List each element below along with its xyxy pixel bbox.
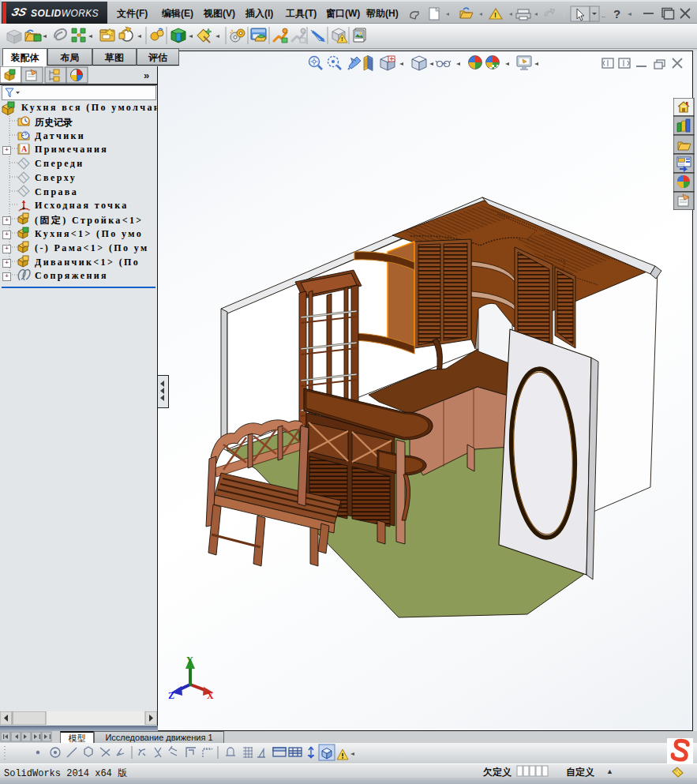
svg-text:!: ! bbox=[341, 36, 343, 43]
svg-text:Y: Y bbox=[186, 655, 193, 666]
svg-text:..: .. bbox=[601, 11, 605, 19]
svg-text:X: X bbox=[207, 690, 214, 701]
svg-text:?: ? bbox=[613, 7, 620, 21]
svg-text:!: ! bbox=[494, 11, 497, 19]
svg-text:»: » bbox=[144, 69, 149, 81]
svg-text:Z: Z bbox=[168, 690, 174, 701]
